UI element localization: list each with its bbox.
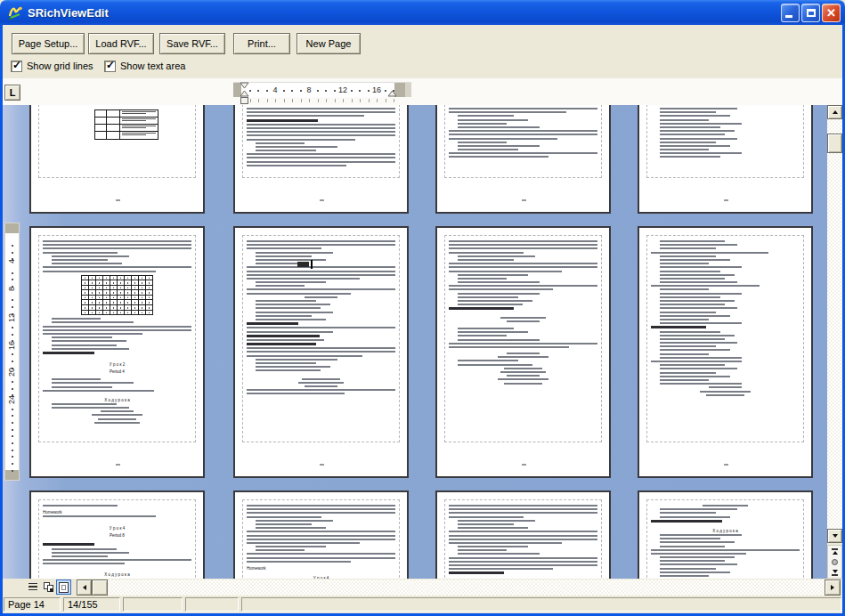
text-line [107, 125, 120, 131]
text-line [660, 312, 716, 313]
left-indent-box-marker[interactable] [240, 97, 249, 104]
text-line [660, 364, 725, 366]
text-line [247, 343, 316, 345]
text-line [52, 340, 126, 342]
text-line [660, 516, 729, 518]
text-line [660, 138, 737, 140]
text-line [660, 335, 735, 336]
text-line [256, 300, 316, 302]
page-r2c4[interactable] [638, 226, 813, 478]
text-line [256, 366, 330, 368]
load-rvf-button[interactable]: Load RVF... [88, 33, 154, 54]
schedule-table [94, 109, 158, 140]
text-line [660, 331, 720, 333]
page-r1c4[interactable] [638, 105, 813, 214]
save-rvf-button[interactable]: Save RVF... [159, 33, 225, 54]
text-line [256, 546, 325, 547]
text-line [660, 149, 709, 150]
page-setup-button[interactable]: Page Setup... [12, 33, 85, 54]
text-line [700, 391, 751, 393]
browse-object-button[interactable] [828, 556, 841, 567]
page-r3c3[interactable] [435, 490, 611, 579]
page-r1c2[interactable] [233, 105, 409, 214]
text-line [52, 386, 112, 388]
draft-view-button[interactable] [25, 580, 40, 595]
page-r3c2[interactable]: HomeworkУ р о к 4 [233, 490, 409, 579]
text-line [660, 534, 742, 536]
text-line [305, 385, 337, 387]
first-line-indent-marker[interactable] [240, 82, 249, 89]
document-viewport[interactable]: У р о к 2Period 4Х о д у р о к аHomework… [3, 105, 827, 579]
text-line [82, 311, 89, 316]
page-number-mark [320, 199, 324, 201]
tab-alignment-selector[interactable]: L [4, 85, 20, 101]
page-r3c1[interactable]: HomeworkУ р о к 4Period 8Х о д у р о к а [29, 490, 205, 579]
minimize-button[interactable] [781, 4, 800, 22]
horizontal-scroll-thumb[interactable] [92, 580, 108, 596]
ruler-tick [12, 435, 13, 437]
text-line [449, 346, 569, 348]
text-line [660, 342, 737, 344]
text-line [146, 311, 153, 316]
horizontal-ruler-tickrow [233, 97, 411, 104]
maximize-button[interactable] [801, 4, 820, 22]
page-r2c3[interactable] [435, 226, 611, 478]
text-line [449, 130, 597, 132]
ruler-number: 24 [7, 395, 16, 404]
text-line [660, 338, 725, 340]
text-line [247, 389, 395, 391]
title-bar[interactable]: SRichViewEdit ✕ [0, 0, 845, 25]
horizontal-ruler[interactable]: 481216 [233, 82, 411, 97]
scroll-down-button[interactable] [827, 529, 842, 543]
page-r1c3[interactable] [435, 105, 611, 214]
text-line [247, 124, 395, 126]
print-button[interactable]: Print... [233, 33, 290, 54]
ruler-tick [283, 90, 285, 92]
text-line [458, 300, 532, 302]
text-line [256, 304, 330, 305]
hanging-indent-marker[interactable] [240, 90, 249, 97]
text-line [458, 123, 507, 125]
page-text-area [444, 235, 602, 442]
right-indent-marker[interactable] [387, 90, 397, 97]
close-button[interactable]: ✕ [822, 4, 841, 22]
previous-page-arrow-icon [833, 551, 838, 555]
scroll-up-button[interactable] [827, 105, 842, 119]
ruler-number: 12 [338, 85, 347, 94]
text-line [107, 118, 120, 124]
new-page-button[interactable]: New Page [297, 33, 361, 54]
text-line [660, 142, 716, 143]
show-text-area-checkbox[interactable]: ✓ [104, 61, 116, 72]
show-text-area-label: Show text area [120, 61, 185, 71]
page-text-area [242, 235, 400, 442]
vertical-ruler[interactable]: 4812162024 [4, 223, 20, 481]
page-text-area: HomeworkУ р о к 4 [242, 499, 400, 579]
show-grid-lines-checkbox[interactable]: ✓ [11, 61, 22, 72]
vertical-scroll-thumb[interactable] [827, 134, 842, 153]
page-r2c1[interactable]: У р о к 2Period 4Х о д у р о к а [29, 226, 205, 478]
text-line [458, 119, 527, 121]
page-r1c1[interactable] [29, 105, 205, 214]
ruler-tick [377, 99, 378, 102]
vertical-scroll-track[interactable] [827, 119, 842, 529]
vertical-scrollbar[interactable] [827, 105, 842, 579]
page-r3c4[interactable]: Х о д у р о к а [638, 490, 813, 579]
scroll-right-button[interactable] [825, 580, 841, 596]
text-line [660, 304, 725, 305]
ruler-tick [301, 99, 302, 102]
pages-view-button[interactable] [41, 580, 56, 595]
previous-page-button[interactable] [828, 546, 841, 556]
text-line [507, 320, 540, 322]
scroll-up-icon [833, 110, 838, 114]
next-page-button[interactable] [828, 567, 841, 578]
ruler-tick [12, 299, 13, 301]
page-layout-view-button[interactable] [56, 580, 71, 595]
horizontal-scroll-track[interactable] [108, 580, 825, 596]
text-line [43, 326, 191, 328]
page-number-mark [320, 464, 324, 466]
scroll-left-button[interactable] [77, 580, 92, 596]
ruler-tick [12, 415, 13, 417]
page-r2c2[interactable] [233, 226, 409, 478]
text-line [101, 410, 134, 412]
ruler-tick [12, 361, 13, 362]
